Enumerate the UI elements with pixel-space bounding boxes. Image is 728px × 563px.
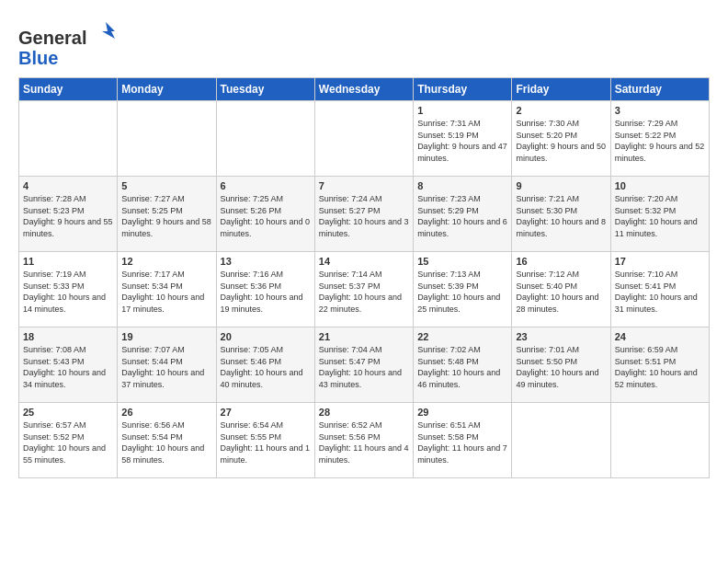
day-cell: 14Sunrise: 7:14 AM Sunset: 5:37 PM Dayli…	[314, 252, 413, 327]
day-info: Sunrise: 6:57 AM Sunset: 5:52 PM Dayligh…	[23, 419, 113, 465]
day-number: 3	[615, 105, 705, 116]
day-cell: 5Sunrise: 7:27 AM Sunset: 5:25 PM Daylig…	[118, 177, 216, 252]
day-cell	[610, 403, 709, 478]
day-cell	[118, 101, 216, 177]
day-cell: 20Sunrise: 7:05 AM Sunset: 5:46 PM Dayli…	[216, 327, 314, 403]
day-cell: 23Sunrise: 7:01 AM Sunset: 5:50 PM Dayli…	[512, 327, 610, 403]
day-cell: 29Sunrise: 6:51 AM Sunset: 5:58 PM Dayli…	[414, 403, 512, 478]
week-row-5: 25Sunrise: 6:57 AM Sunset: 5:52 PM Dayli…	[19, 403, 710, 478]
day-number: 25	[23, 407, 113, 418]
day-number: 15	[417, 256, 507, 267]
day-header-friday: Friday	[512, 78, 610, 101]
day-cell: 12Sunrise: 7:17 AM Sunset: 5:34 PM Dayli…	[118, 252, 216, 327]
day-cell: 1Sunrise: 7:31 AM Sunset: 5:19 PM Daylig…	[414, 101, 512, 177]
day-cell: 9Sunrise: 7:21 AM Sunset: 5:30 PM Daylig…	[512, 177, 610, 252]
day-cell: 10Sunrise: 7:20 AM Sunset: 5:32 PM Dayli…	[610, 177, 709, 252]
day-cell	[216, 101, 314, 177]
day-cell	[314, 101, 413, 177]
day-info: Sunrise: 7:31 AM Sunset: 5:19 PM Dayligh…	[417, 118, 507, 164]
day-cell: 13Sunrise: 7:16 AM Sunset: 5:36 PM Dayli…	[216, 252, 314, 327]
day-info: Sunrise: 7:21 AM Sunset: 5:30 PM Dayligh…	[516, 193, 606, 239]
day-info: Sunrise: 6:52 AM Sunset: 5:56 PM Dayligh…	[319, 419, 409, 465]
day-info: Sunrise: 7:10 AM Sunset: 5:41 PM Dayligh…	[615, 269, 705, 315]
day-number: 21	[319, 331, 409, 342]
day-number: 2	[516, 105, 606, 116]
day-cell: 4Sunrise: 7:28 AM Sunset: 5:23 PM Daylig…	[19, 177, 118, 252]
day-cell: 27Sunrise: 6:54 AM Sunset: 5:55 PM Dayli…	[216, 403, 314, 478]
day-number: 6	[221, 180, 311, 191]
day-cell: 8Sunrise: 7:23 AM Sunset: 5:29 PM Daylig…	[414, 177, 512, 252]
day-cell: 11Sunrise: 7:19 AM Sunset: 5:33 PM Dayli…	[19, 252, 118, 327]
day-number: 22	[417, 331, 507, 342]
day-cell: 6Sunrise: 7:25 AM Sunset: 5:26 PM Daylig…	[216, 177, 314, 252]
day-cell: 17Sunrise: 7:10 AM Sunset: 5:41 PM Dayli…	[610, 252, 709, 327]
day-info: Sunrise: 7:08 AM Sunset: 5:43 PM Dayligh…	[23, 344, 113, 390]
day-cell: 18Sunrise: 7:08 AM Sunset: 5:43 PM Dayli…	[19, 327, 118, 403]
day-header-wednesday: Wednesday	[314, 78, 413, 101]
day-info: Sunrise: 7:07 AM Sunset: 5:44 PM Dayligh…	[121, 344, 211, 390]
day-number: 29	[417, 407, 507, 418]
day-cell: 19Sunrise: 7:07 AM Sunset: 5:44 PM Dayli…	[118, 327, 216, 403]
day-cell: 2Sunrise: 7:30 AM Sunset: 5:20 PM Daylig…	[512, 101, 610, 177]
calendar-page: General Blue SundayMondayTuesdayWednesda…	[0, 0, 728, 488]
day-info: Sunrise: 7:17 AM Sunset: 5:34 PM Dayligh…	[121, 269, 211, 315]
day-cell: 3Sunrise: 7:29 AM Sunset: 5:22 PM Daylig…	[610, 101, 709, 177]
day-info: Sunrise: 6:56 AM Sunset: 5:54 PM Dayligh…	[121, 419, 211, 465]
day-cell: 21Sunrise: 7:04 AM Sunset: 5:47 PM Dayli…	[314, 327, 413, 403]
day-info: Sunrise: 7:05 AM Sunset: 5:46 PM Dayligh…	[221, 344, 311, 390]
day-header-sunday: Sunday	[19, 78, 118, 101]
logo: General Blue	[18, 18, 119, 68]
day-number: 10	[615, 180, 705, 191]
day-number: 18	[23, 331, 113, 342]
day-info: Sunrise: 7:14 AM Sunset: 5:37 PM Dayligh…	[319, 269, 409, 315]
day-cell: 15Sunrise: 7:13 AM Sunset: 5:39 PM Dayli…	[414, 252, 512, 327]
day-info: Sunrise: 7:04 AM Sunset: 5:47 PM Dayligh…	[319, 344, 409, 390]
day-cell: 28Sunrise: 6:52 AM Sunset: 5:56 PM Dayli…	[314, 403, 413, 478]
week-row-4: 18Sunrise: 7:08 AM Sunset: 5:43 PM Dayli…	[19, 327, 710, 403]
day-info: Sunrise: 6:51 AM Sunset: 5:58 PM Dayligh…	[417, 419, 507, 465]
day-number: 11	[23, 256, 113, 267]
logo-text: General Blue	[18, 18, 119, 68]
day-info: Sunrise: 7:30 AM Sunset: 5:20 PM Dayligh…	[516, 118, 606, 164]
day-number: 16	[516, 256, 606, 267]
day-info: Sunrise: 7:23 AM Sunset: 5:29 PM Dayligh…	[417, 193, 507, 239]
day-info: Sunrise: 7:29 AM Sunset: 5:22 PM Dayligh…	[615, 118, 705, 164]
week-row-1: 1Sunrise: 7:31 AM Sunset: 5:19 PM Daylig…	[19, 101, 710, 177]
day-number: 28	[319, 407, 409, 418]
day-number: 17	[615, 256, 705, 267]
day-cell: 25Sunrise: 6:57 AM Sunset: 5:52 PM Dayli…	[19, 403, 118, 478]
day-number: 12	[121, 256, 211, 267]
day-cell	[512, 403, 610, 478]
day-number: 9	[516, 180, 606, 191]
day-number: 19	[121, 331, 211, 342]
calendar-table: SundayMondayTuesdayWednesdayThursdayFrid…	[18, 77, 710, 478]
day-info: Sunrise: 7:20 AM Sunset: 5:32 PM Dayligh…	[615, 193, 705, 239]
logo-blue: Blue	[18, 48, 58, 68]
day-number: 5	[121, 180, 211, 191]
day-number: 14	[319, 256, 409, 267]
day-info: Sunrise: 6:54 AM Sunset: 5:55 PM Dayligh…	[221, 419, 311, 465]
day-number: 4	[23, 180, 113, 191]
day-cell: 16Sunrise: 7:12 AM Sunset: 5:40 PM Dayli…	[512, 252, 610, 327]
week-row-3: 11Sunrise: 7:19 AM Sunset: 5:33 PM Dayli…	[19, 252, 710, 327]
logo-general: General	[18, 28, 86, 48]
calendar-body: 1Sunrise: 7:31 AM Sunset: 5:19 PM Daylig…	[19, 101, 710, 478]
day-info: Sunrise: 7:02 AM Sunset: 5:48 PM Dayligh…	[417, 344, 507, 390]
day-info: Sunrise: 6:59 AM Sunset: 5:51 PM Dayligh…	[615, 344, 705, 390]
day-info: Sunrise: 7:13 AM Sunset: 5:39 PM Dayligh…	[417, 269, 507, 315]
day-info: Sunrise: 7:25 AM Sunset: 5:26 PM Dayligh…	[221, 193, 311, 239]
day-header-tuesday: Tuesday	[216, 78, 314, 101]
day-cell	[19, 101, 118, 177]
week-row-2: 4Sunrise: 7:28 AM Sunset: 5:23 PM Daylig…	[19, 177, 710, 252]
day-number: 24	[615, 331, 705, 342]
day-header-monday: Monday	[118, 78, 216, 101]
day-number: 20	[221, 331, 311, 342]
day-cell: 7Sunrise: 7:24 AM Sunset: 5:27 PM Daylig…	[314, 177, 413, 252]
day-info: Sunrise: 7:27 AM Sunset: 5:25 PM Dayligh…	[121, 193, 211, 239]
day-number: 26	[121, 407, 211, 418]
day-info: Sunrise: 7:12 AM Sunset: 5:40 PM Dayligh…	[516, 269, 606, 315]
day-cell: 24Sunrise: 6:59 AM Sunset: 5:51 PM Dayli…	[610, 327, 709, 403]
logo-bird-icon	[93, 18, 119, 44]
day-info: Sunrise: 7:16 AM Sunset: 5:36 PM Dayligh…	[221, 269, 311, 315]
day-number: 13	[221, 256, 311, 267]
